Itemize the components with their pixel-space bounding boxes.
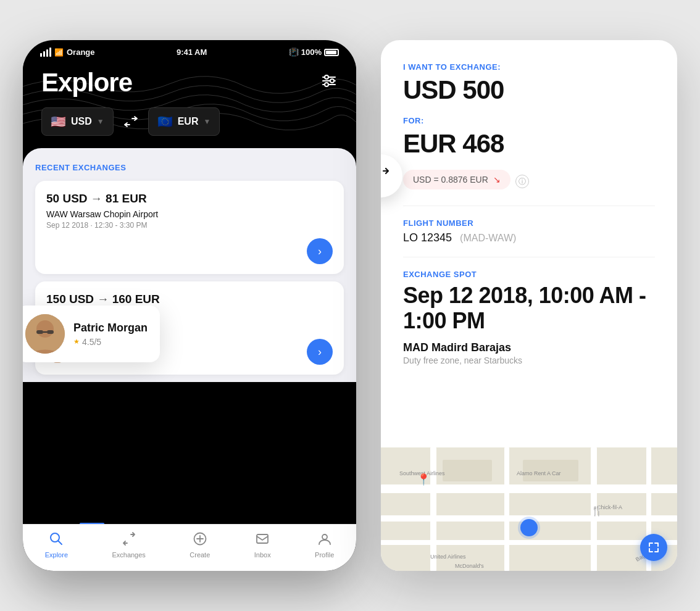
svg-rect-23	[430, 447, 436, 571]
nav-inbox[interactable]: Inbox	[254, 532, 271, 559]
want-label: I WANT TO EXCHANGE:	[403, 62, 655, 72]
nav-create-label: Create	[190, 551, 210, 559]
left-phone: 📶 Orange 9:41 AM 📳 100% Explore	[23, 40, 356, 571]
svg-rect-24	[504, 447, 509, 571]
profile-rating: ★ 4.5/5	[73, 337, 148, 347]
bluetooth-icon: 📳	[289, 48, 299, 57]
svg-text:📍: 📍	[417, 473, 431, 486]
svg-point-37	[518, 517, 540, 539]
rate-badge: USD = 0.8876 EUR ↘	[403, 170, 510, 189]
create-icon	[193, 532, 207, 549]
svg-rect-20	[381, 484, 677, 493]
svg-rect-17	[47, 330, 54, 334]
wifi-icon: 📶	[54, 48, 64, 57]
right-panel: I WANT TO EXCHANGE: USD 500 FOR: EUR 468…	[381, 40, 677, 571]
currency-to-selector[interactable]: 🇪🇺 EUR ▼	[148, 107, 220, 136]
flight-label: FLIGHT NUMBER	[403, 218, 655, 228]
nav-explore-label: Explore	[45, 551, 68, 559]
chevron-down-icon: ▼	[97, 117, 104, 126]
nav-create[interactable]: Create	[190, 532, 210, 559]
exchange-location-1: WAW Warsaw Chopin Airport	[46, 209, 333, 219]
svg-rect-16	[36, 330, 43, 334]
flag-usd: 🇺🇸	[51, 114, 66, 129]
svg-point-13	[322, 534, 327, 539]
info-icon[interactable]: ⓘ	[515, 175, 529, 188]
time-label: 9:41 AM	[177, 48, 207, 57]
divider-1	[403, 206, 655, 206]
inbox-icon	[256, 532, 269, 549]
spot-sublocation: Duty free zone, near Starbucks	[403, 355, 655, 365]
svg-point-5	[325, 83, 328, 86]
exchange-card-1: 50 USD → 81 EUR WAW Warsaw Chopin Airpor…	[35, 181, 344, 274]
exchange-arrow-btn-1[interactable]: ›	[307, 238, 333, 264]
chevron-down-icon-eur: ▼	[203, 117, 210, 126]
profile-popup-info: Patric Morgan ★ 4.5/5	[73, 322, 148, 347]
nav-exchanges-label: Exchanges	[112, 551, 145, 559]
exchange-arrow-btn-2[interactable]: ›	[307, 339, 333, 365]
flight-number: LO 12345 (MAD-WAW)	[403, 231, 655, 244]
filter-icon[interactable]	[320, 72, 338, 93]
bottom-nav: Explore Exchanges	[23, 524, 356, 571]
flag-eur: 🇪🇺	[157, 114, 173, 129]
svg-text:Alamo Rent A Car: Alamo Rent A Car	[517, 470, 561, 476]
page-title: Explore	[41, 68, 132, 98]
spot-datetime: Sep 12 2018, 10:00 AM - 1:00 PM	[403, 283, 655, 334]
svg-rect-22	[381, 540, 677, 545]
signal-bars	[40, 48, 51, 57]
for-label: FOR:	[403, 116, 655, 125]
for-amount: EUR 468	[403, 129, 655, 159]
swap-arrows-icon[interactable]	[121, 116, 141, 127]
currency-from-label: USD	[71, 116, 92, 127]
nav-profile[interactable]: Profile	[315, 532, 334, 559]
svg-point-3	[325, 75, 328, 79]
divider-2	[403, 257, 655, 257]
profile-name: Patric Morgan	[73, 322, 148, 335]
nav-profile-label: Profile	[315, 551, 334, 559]
map-expand-button[interactable]	[640, 534, 667, 561]
explore-header: Explore 🇺🇸 USD ▼	[23, 62, 356, 148]
nav-explore[interactable]: Explore	[45, 532, 68, 559]
swap-arrows-float-icon	[381, 167, 392, 185]
exchange-amount-1: 50 USD → 81 EUR	[46, 192, 333, 206]
svg-text:🍴: 🍴	[591, 505, 603, 517]
flight-code: (MAD-WAW)	[460, 233, 516, 243]
want-amount: USD 500	[403, 75, 655, 105]
rate-text: USD = 0.8876 EUR	[413, 175, 488, 185]
currency-from-selector[interactable]: 🇺🇸 USD ▼	[41, 107, 114, 136]
recent-exchanges-label: RECENT EXCHANGES	[35, 163, 344, 172]
spot-location: MAD Madird Barajas	[403, 341, 655, 354]
svg-rect-12	[257, 534, 268, 543]
svg-point-4	[330, 79, 334, 83]
map-area[interactable]: Southwest Airlines Alamo Rent A Car Chic…	[381, 447, 677, 571]
exchanges-icon	[122, 532, 136, 549]
nav-inbox-label: Inbox	[254, 551, 271, 559]
search-icon	[49, 532, 63, 549]
battery-label: 100%	[301, 48, 322, 57]
nav-exchanges[interactable]: Exchanges	[112, 532, 145, 559]
profile-icon	[318, 532, 331, 549]
battery-icon	[324, 49, 339, 56]
carrier-label: Orange	[67, 48, 95, 57]
spot-label: EXCHANGE SPOT	[403, 270, 655, 279]
exchange-amount-2: 150 USD → 160 EUR	[46, 293, 333, 306]
svg-point-15	[36, 320, 54, 338]
exchange-date-1: Sep 12 2018 · 12:30 - 3:30 PM	[46, 221, 333, 230]
svg-rect-27	[443, 460, 492, 481]
profile-popup: Patric Morgan ★ 4.5/5	[23, 306, 160, 362]
profile-popup-avatar	[25, 314, 65, 354]
panel-content: I WANT TO EXCHANGE: USD 500 FOR: EUR 468…	[381, 40, 677, 447]
svg-text:McDonald's: McDonald's	[455, 563, 484, 569]
svg-text:United Airlines: United Airlines	[430, 554, 466, 560]
rate-down-icon: ↘	[493, 175, 501, 185]
currency-to-label: EUR	[178, 116, 199, 127]
status-bar: 📶 Orange 9:41 AM 📳 100%	[23, 40, 356, 62]
